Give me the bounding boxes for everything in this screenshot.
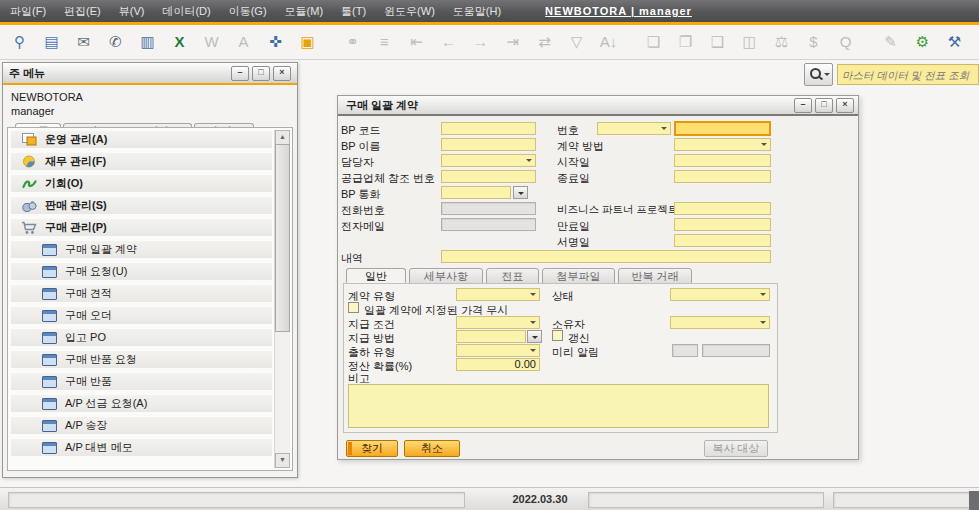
lock-screen-icon[interactable]: ▣	[296, 30, 319, 54]
cancel-button[interactable]: 취소	[404, 440, 460, 457]
ignore-prices-checkbox[interactable]	[348, 302, 359, 313]
sidebar-item-financials[interactable]: 재무 관리(F)	[11, 153, 272, 170]
close-icon[interactable]: ×	[273, 66, 291, 81]
menu-window[interactable]: 윈도우(W)	[384, 4, 435, 19]
remarks-textarea[interactable]	[348, 384, 769, 428]
shipping-type-label: 출하 유형	[348, 345, 395, 360]
journal-voucher-icon: ◫	[738, 30, 761, 54]
print-preview-icon[interactable]: ⚲	[8, 30, 31, 54]
print-icon[interactable]: ▤	[40, 30, 63, 54]
window-icon	[42, 244, 57, 256]
bp-project-field[interactable]	[674, 202, 771, 215]
sidebar-item-purchase-quotation[interactable]: 구매 견적	[11, 285, 272, 302]
tools-wrench-icon[interactable]: ⚒	[943, 30, 966, 54]
search-input[interactable]	[837, 64, 979, 85]
tab-documents[interactable]: 전표	[486, 268, 539, 284]
fax-icon[interactable]: ▥	[136, 30, 159, 54]
tab-attachments[interactable]: 첨부파일	[542, 268, 615, 284]
maximize-icon[interactable]: □	[815, 98, 833, 113]
filter-icon: ▽	[565, 30, 588, 54]
scroll-down-icon[interactable]: ▼	[275, 453, 290, 468]
termination-date-field[interactable]	[674, 218, 771, 231]
first-record-icon: ⇤	[405, 30, 428, 54]
menu-scrollbar[interactable]: ▲ ▼	[274, 130, 290, 468]
number-series-dropdown[interactable]	[597, 122, 671, 135]
search-icon[interactable]	[804, 63, 833, 86]
bp-project-label: 비즈니스 파트너 프로젝트	[557, 203, 678, 217]
export-excel-icon[interactable]: X	[168, 30, 191, 54]
sidebar-item-ap-invoice[interactable]: A/P 송장	[11, 417, 272, 434]
paste-from-icon: ❐	[674, 30, 697, 54]
tab-general[interactable]: 일반	[346, 268, 406, 284]
settlement-probability-field[interactable]: 0.00	[456, 358, 540, 371]
sidebar-item-goods-return[interactable]: 구매 반품	[11, 373, 272, 390]
bp-name-field[interactable]	[441, 138, 536, 151]
menu-edit[interactable]: 편집(E)	[64, 4, 101, 19]
move-window-icon[interactable]: ✜	[264, 30, 287, 54]
menu-goto[interactable]: 이동(G)	[229, 4, 267, 19]
sidebar-item-purchasing[interactable]: 구매 관리(P)	[11, 219, 272, 236]
end-date-field[interactable]	[674, 170, 771, 183]
menu-help[interactable]: 도움말(H)	[453, 4, 501, 19]
status-dropdown[interactable]	[670, 288, 770, 301]
contact-person-dropdown[interactable]	[441, 154, 536, 167]
menu-file[interactable]: 파일(F)	[10, 4, 46, 19]
signing-date-field[interactable]	[674, 234, 771, 247]
sidebar-item-ap-down-payment-request[interactable]: A/P 선금 요청(A)	[11, 395, 272, 412]
contact-person-label: 담당자	[341, 155, 374, 170]
sidebar-item-purchase-request[interactable]: 구매 요청(U)	[11, 263, 272, 280]
sidebar-item-administration[interactable]: 운영 관리(A)	[11, 131, 272, 148]
tab-details[interactable]: 세부사항	[409, 268, 483, 284]
sidebar-item-opportunities[interactable]: 기회(O)	[11, 175, 272, 192]
payment-method-field[interactable]	[456, 330, 526, 343]
description-field[interactable]	[441, 250, 771, 263]
window-icon	[41, 244, 57, 256]
sidebar-item-purchase-blanket-agreement[interactable]: 구매 일괄 계약	[11, 241, 272, 258]
start-date-field[interactable]	[674, 154, 771, 167]
scrollbar-thumb[interactable]	[275, 144, 290, 332]
close-icon[interactable]: ×	[836, 98, 854, 113]
find-button[interactable]: 찾기	[346, 440, 398, 457]
chat-icon: ❝	[975, 30, 979, 54]
number-field[interactable]	[674, 121, 771, 136]
email-icon[interactable]: ✉	[72, 30, 95, 54]
query-icon: Q	[834, 30, 857, 54]
sidebar-item-label: 구매 요청(U)	[65, 264, 127, 279]
agreement-type-dropdown[interactable]	[456, 288, 540, 301]
status-date: 2022.03.30	[500, 493, 580, 505]
sidebar-item-sales[interactable]: 판매 관리(S)	[11, 197, 272, 214]
menu-bar: 파일(F)편집(E)뷰(V)데이터(D)이동(G)모듈(M)툴(T)윈도우(W)…	[0, 0, 979, 22]
minimize-icon[interactable]: –	[231, 66, 249, 81]
sidebar-item-purchase-order[interactable]: 구매 오더	[11, 307, 272, 324]
menu-data[interactable]: 데이터(D)	[162, 4, 210, 19]
payment-terms-dropdown[interactable]	[456, 316, 540, 329]
company-name: NEWBOTORA	[11, 90, 289, 104]
vendor-ref-field[interactable]	[441, 170, 536, 183]
owner-dropdown[interactable]	[670, 316, 770, 329]
agreement-method-dropdown[interactable]	[674, 138, 771, 151]
menu-view[interactable]: 뷰(V)	[119, 4, 145, 19]
sidebar-item-ap-credit-memo[interactable]: A/P 대변 메모	[11, 439, 272, 456]
window-icon	[41, 398, 57, 410]
renewal-checkbox[interactable]	[552, 330, 563, 341]
scroll-up-icon[interactable]: ▲	[275, 130, 290, 145]
opportunities-icon	[21, 178, 37, 190]
bp-currency-field[interactable]	[441, 186, 511, 199]
tab-recurring[interactable]: 반복 거래	[618, 268, 692, 284]
sidebar-item-goods-return-request[interactable]: 구매 반품 요청	[11, 351, 272, 368]
toolbar: ⚲▤✉✆▥XWA✜▣⚭≡⇤←→⇥⇄▽A↓❏❐❑◫⚖$Q✎⚙⚒❝❞☑✉3▦	[0, 25, 979, 60]
export-pdf-icon: A	[232, 30, 255, 54]
bp-code-field[interactable]	[441, 122, 536, 135]
menu-tools[interactable]: 툴(T)	[341, 4, 366, 19]
copy-to-button: 복사 대상	[704, 440, 768, 457]
form-settings-icon[interactable]: ⚙	[911, 30, 934, 54]
form-tabs: 일반세부사항전표첨부파일반복 거래	[346, 268, 695, 284]
shipping-type-dropdown[interactable]	[456, 344, 540, 357]
maximize-icon[interactable]: □	[252, 66, 270, 81]
sidebar-item-goods-receipt-po[interactable]: 입고 PO	[11, 329, 272, 346]
minimize-icon[interactable]: –	[794, 98, 812, 113]
payment-method-dropdown-icon[interactable]	[527, 330, 542, 343]
menu-modules[interactable]: 모듈(M)	[285, 4, 324, 19]
sms-icon[interactable]: ✆	[104, 30, 127, 54]
bp-currency-dropdown-icon[interactable]	[513, 186, 528, 199]
